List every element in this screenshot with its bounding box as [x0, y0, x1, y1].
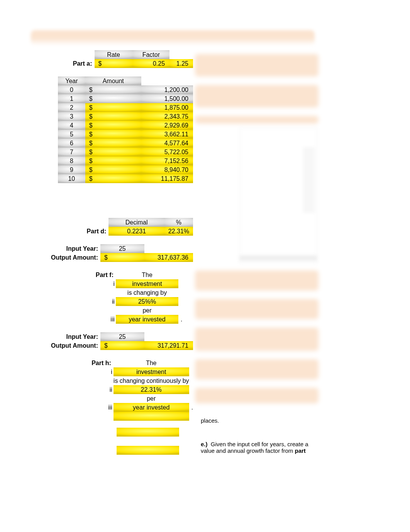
amount-cell[interactable]: 5,722.05 — [141, 148, 193, 156]
chart-placeholder — [239, 127, 317, 263]
year-amount-table: Year Amount 0$1,200.00 1$1,500.00 2$1,87… — [58, 76, 193, 183]
year-cell: 6 — [58, 139, 85, 148]
dollar-cell: $ — [85, 85, 141, 94]
empty-cell — [42, 288, 116, 297]
dollar-cell: $ — [85, 174, 141, 183]
part-f-i-value[interactable]: investment — [116, 279, 178, 288]
part-h-the: The — [114, 359, 189, 367]
dollar-cell: $ — [85, 121, 141, 130]
output-amount-value-2[interactable]: 317,291.71 — [144, 341, 193, 350]
instruction-block — [195, 116, 319, 124]
part-h-i-value[interactable]: investment — [114, 367, 189, 376]
year-cell: 9 — [58, 165, 85, 174]
amount-cell[interactable]: 1,875.00 — [141, 103, 193, 112]
year-cell: 0 — [58, 85, 85, 94]
percent-value[interactable]: 22.31% — [164, 227, 193, 236]
part-h-iii-label: iii — [42, 403, 114, 412]
dollar-cell: $ — [85, 156, 141, 165]
year-cell: 2 — [58, 103, 85, 112]
part-h-mid2: per — [114, 394, 189, 403]
output-amount-dollar: $ — [100, 253, 144, 262]
output-amount-value[interactable]: 317,637.36 — [144, 253, 193, 262]
amount-cell[interactable]: 4,577.64 — [141, 139, 193, 148]
empty-yellow-cell[interactable] — [117, 428, 179, 437]
year-header: Year — [58, 76, 85, 85]
part-h-label: Part h: — [42, 359, 114, 367]
factor-value[interactable]: 1.25 — [169, 59, 193, 68]
dollar-cell: $ — [85, 112, 141, 121]
part-h-block: Part h: The i investment is changing con… — [42, 359, 193, 421]
empty-cell — [58, 218, 108, 227]
part-a-label: Part a: — [58, 59, 95, 68]
rate-value[interactable]: 0.25 — [133, 59, 170, 68]
part-f-iii-label: iii — [42, 315, 116, 324]
rate-dollar: $ — [95, 59, 133, 68]
part-f-ii-value[interactable]: 25%% — [116, 297, 178, 306]
amount-cell[interactable]: 7,152.56 — [141, 156, 193, 165]
rate-header: Rate — [95, 50, 133, 59]
part-d-label: Part d: — [58, 227, 108, 236]
dollar-cell: $ — [85, 103, 141, 112]
part-e-text: e.) Given the input cell for years, crea… — [201, 441, 317, 454]
output-amount-label: Output Amount: — [42, 253, 100, 262]
year-cell: 8 — [58, 156, 85, 165]
empty-cell — [42, 376, 114, 385]
part-f-i-label: i — [42, 279, 116, 288]
year-cell: 3 — [58, 112, 85, 121]
amount-cell[interactable]: 2,343.75 — [141, 112, 193, 121]
part-f-ii-label: ii — [42, 297, 116, 306]
amount-cell[interactable]: 3,662.11 — [141, 130, 193, 139]
decimal-header: Decimal — [108, 218, 164, 227]
empty-yellow-cell[interactable] — [117, 446, 179, 455]
part-f-block: Part f: The i investment is changing by … — [42, 270, 182, 324]
amount-cell[interactable]: 8,940.70 — [141, 165, 193, 174]
year-cell: 5 — [58, 130, 85, 139]
instruction-block — [195, 85, 319, 107]
part-d-table: Decimal % Part d: 0.2231 22.31% — [58, 218, 193, 236]
amount-cell[interactable]: 2,929.69 — [141, 121, 193, 130]
output-amount-label-2: Output Amount: — [42, 341, 100, 350]
dollar-cell: $ — [85, 139, 141, 148]
part-f-iii-value[interactable]: year invested — [116, 315, 178, 324]
dollar-cell: $ — [85, 148, 141, 156]
empty-cell — [42, 394, 114, 403]
io-table-2: Input Year: 25 Output Amount: $ 317,291.… — [42, 332, 193, 350]
places-text: places. — [201, 417, 317, 424]
part-h-period: . — [189, 403, 193, 412]
factor-header: Factor — [133, 50, 170, 59]
amount-cell[interactable]: 11,175.87 — [141, 174, 193, 183]
empty-yellow-cell[interactable] — [114, 412, 189, 421]
amount-cell[interactable]: 1,200.00 — [141, 85, 193, 94]
part-f-label: Part f: — [42, 270, 116, 279]
instruction-block — [195, 54, 319, 76]
year-cell: 1 — [58, 94, 85, 103]
empty-cell — [58, 50, 95, 59]
amount-header: Amount — [85, 76, 141, 85]
input-year-value-2[interactable]: 25 — [100, 332, 144, 341]
part-f-mid1: is changing by — [116, 288, 178, 297]
year-cell: 4 — [58, 121, 85, 130]
instruction-block — [195, 328, 319, 351]
instruction-block — [195, 359, 319, 379]
input-year-value[interactable]: 25 — [100, 244, 144, 253]
year-cell: 10 — [58, 174, 85, 183]
decimal-value[interactable]: 0.2231 — [108, 227, 164, 236]
part-h-i-label: i — [42, 367, 114, 376]
part-e-bold: part — [295, 447, 305, 454]
dollar-cell: $ — [85, 130, 141, 139]
part-h-ii-value[interactable]: 22.31% — [114, 385, 189, 394]
part-h-iii-value[interactable]: year invested — [114, 403, 189, 412]
percent-header: % — [164, 218, 193, 227]
part-e-label: e.) — [201, 441, 208, 447]
empty-cell — [42, 306, 116, 315]
io-table-1: Input Year: 25 Output Amount: $ 317,637.… — [42, 244, 193, 262]
input-year-label-2: Input Year: — [42, 332, 100, 341]
part-h-mid1: is changing continuously by — [114, 376, 189, 385]
instruction-block — [195, 388, 319, 403]
part-h-ii-label: ii — [42, 385, 114, 394]
instruction-block — [195, 270, 319, 291]
input-year-label: Input Year: — [42, 244, 100, 253]
dollar-cell: $ — [85, 94, 141, 103]
part-f-the: The — [116, 270, 178, 279]
amount-cell[interactable]: 1,500.00 — [141, 94, 193, 103]
